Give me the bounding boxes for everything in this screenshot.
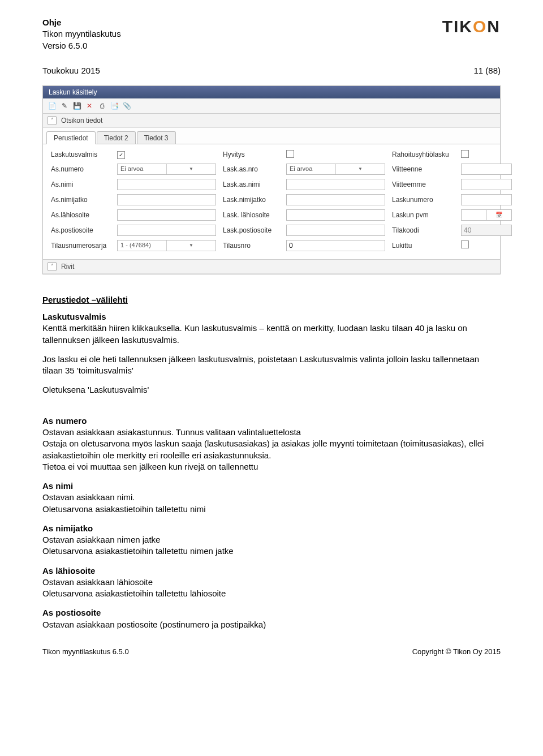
print-icon[interactable]: ⎙ (97, 101, 106, 110)
lbl-tilausnumerosarja: Tilausnumerosarja (51, 242, 110, 250)
input-viitteenne[interactable] (461, 164, 512, 175)
chevron-down-icon: ▼ (166, 164, 216, 174)
laskun-kasittely-screenshot: Laskun käsittely 📄 ✎ 💾 ✕ ⎙ 📑 📎 ˄ Otsikon… (42, 85, 501, 274)
lbl-viitteenne: Viitteenne (392, 165, 454, 173)
toolbar: 📄 ✎ 💾 ✕ ⎙ 📑 📎 (43, 98, 500, 114)
collapse-icon[interactable]: ˄ (48, 116, 57, 125)
p2b: Ostaja on oletusarvona myös laskun saaja… (42, 439, 484, 459)
delete-icon[interactable]: ✕ (85, 101, 94, 110)
lbl-asnimi: As.nimi (51, 181, 110, 188)
input-laskunpvm[interactable]: 📅 (461, 209, 512, 221)
field-label: Laskutusvalmis (42, 312, 106, 321)
p1c: Oletuksena 'Laskutusvalmis' (42, 384, 501, 396)
rivit-label: Rivit (61, 263, 74, 270)
calendar-icon: 📅 (486, 210, 512, 220)
lbl-lukittu: Lukittu (392, 242, 454, 250)
lbl-laskunpvm: Laskun pvm (392, 211, 454, 219)
field-label: As numero (42, 416, 87, 426)
page-number: 11 (88) (473, 66, 501, 75)
p4b: Oletusarvona asiakastietoihin talletettu… (42, 546, 234, 556)
lbl-lasknimijatko: Lask.nimijatko (223, 196, 279, 204)
doc-title-product: Tikon myyntilaskutus (42, 28, 121, 40)
p3b: Oletusarvona asiakastietoihin talletettu… (42, 504, 206, 514)
lbl-viitteemme: Viitteemme (392, 181, 454, 188)
lbl-laskasnro: Lask.as.nro (223, 165, 279, 173)
p2a: Ostavan asiakkaan asiakastunnus. Tunnus … (42, 427, 301, 437)
lbl-rahoitus: Rahoitusyhtiölasku (392, 151, 454, 158)
date-page-row: Toukokuu 2015 11 (88) (42, 66, 501, 75)
tab-tiedot2[interactable]: Tiedot 2 (97, 131, 136, 144)
field-label: As lähiosoite (42, 566, 95, 575)
input-lasklahiosoite[interactable] (286, 209, 385, 221)
p1b: Jos lasku ei ole heti tallennuksen jälke… (42, 354, 501, 377)
chk-lukittu[interactable] (461, 240, 469, 248)
attach-icon[interactable]: 📎 (122, 101, 131, 110)
chevron-down-icon: ▼ (335, 164, 385, 174)
chk-laskutusvalmis[interactable]: ✓ (117, 151, 125, 159)
footer-right: Copyright © Tikon Oy 2015 (412, 647, 501, 656)
lbl-tilausnro: Tilausnro (223, 242, 279, 250)
collapse-icon[interactable]: ˄ (48, 262, 57, 271)
otsikon-label: Otsikon tiedot (61, 117, 102, 124)
window-title: Laskun käsittely (43, 86, 500, 98)
combo-tilausnumerosarja[interactable]: 1 - (47684)▼ (117, 240, 216, 251)
tab-perustiedot[interactable]: Perustiedot (46, 131, 96, 144)
field-label: As nimijatko (42, 523, 93, 533)
lbl-asnimijatko: As.nimijatko (51, 196, 110, 204)
p6a: Ostavan asiakkaan postiosoite (postinume… (42, 620, 266, 629)
section-heading: Perustiedot –välilehti (42, 294, 501, 306)
lbl-aslahiosoite: As.lähiosoite (51, 211, 110, 219)
save-icon[interactable]: 💾 (72, 101, 81, 110)
input-asnimijatko[interactable] (117, 194, 216, 205)
combo-laskasnro[interactable]: Ei arvoa▼ (286, 164, 385, 175)
lbl-hyvitys: Hyvitys (223, 151, 279, 158)
lbl-lasklahiosoite: Lask. lähiosoite (223, 211, 279, 219)
input-tilakoodi (461, 225, 512, 236)
lbl-tilakoodi: Tilakoodi (392, 226, 454, 234)
tab-tiedot3[interactable]: Tiedot 3 (137, 131, 176, 144)
p5a: Ostavan asiakkaan lähiosoite (42, 577, 153, 587)
lbl-laskpostiosoite: Lask.postiosoite (223, 226, 279, 234)
lbl-asnumero: As.numero (51, 165, 110, 173)
input-laskasnimi[interactable] (286, 179, 385, 190)
chk-hyvitys[interactable] (286, 150, 294, 158)
chk-rahoitus[interactable] (461, 150, 469, 158)
field-label: As nimi (42, 481, 73, 491)
p4a: Ostavan asiakkaan nimen jatke (42, 535, 160, 544)
combo-asnumero[interactable]: Ei arvoa▼ (117, 164, 216, 175)
tabs: Perustiedot Tiedot 2 Tiedot 3 (43, 128, 500, 144)
input-aspostiosoite[interactable] (117, 225, 216, 236)
input-tilausnro[interactable] (286, 240, 385, 251)
input-lasknimijatko[interactable] (286, 194, 385, 205)
tikon-logo: TIKON (442, 17, 501, 36)
input-viitteemme[interactable] (461, 179, 512, 190)
otsikon-tiedot-section[interactable]: ˄ Otsikon tiedot (43, 114, 500, 128)
page-header: Ohje Tikon myyntilaskutus Versio 6.5.0 T… (42, 17, 501, 51)
lbl-laskutusvalmis: Laskutusvalmis (51, 151, 110, 158)
footer-left: Tikon myyntilaskutus 6.5.0 (42, 647, 129, 656)
doc-title-guide: Ohje (42, 17, 121, 28)
perustiedot-panel: Laskutusvalmis ✓ Hyvitys Rahoitusyhtiöla… (43, 144, 500, 259)
chevron-down-icon: ▼ (166, 240, 216, 251)
field-label: As postiosoite (42, 608, 101, 617)
input-laskunumero[interactable] (461, 194, 512, 205)
new-icon[interactable]: 📄 (48, 101, 57, 110)
p3a: Ostavan asiakkaan nimi. (42, 492, 135, 502)
doc-date: Toukokuu 2015 (42, 66, 100, 75)
input-asnimi[interactable] (117, 179, 216, 190)
lbl-aspostiosoite: As.postiosoite (51, 226, 110, 234)
p1a: Kenttä merkitään hiiren klikkauksella. K… (42, 323, 467, 344)
rivit-section[interactable]: ˄ Rivit (43, 259, 500, 274)
doc-title-block: Ohje Tikon myyntilaskutus Versio 6.5.0 (42, 17, 121, 51)
input-aslahiosoite[interactable] (117, 209, 216, 221)
input-laskpostiosoite[interactable] (286, 225, 385, 236)
doc-title-version: Versio 6.5.0 (42, 40, 121, 51)
lbl-laskunumero: Laskunumero (392, 196, 454, 204)
page-footer: Tikon myyntilaskutus 6.5.0 Copyright © T… (42, 647, 501, 656)
p5b: Oletusarvona asiakastietoihin talletettu… (42, 589, 226, 598)
doc-icon[interactable]: 📑 (110, 101, 119, 110)
edit-icon[interactable]: ✎ (60, 101, 69, 110)
lbl-laskasnimi: Lask.as.nimi (223, 181, 279, 188)
body-text: Perustiedot –välilehti Laskutusvalmis Ke… (42, 294, 501, 630)
p2c: Tietoa ei voi muuttaa sen jälkeen kun ri… (42, 462, 258, 471)
